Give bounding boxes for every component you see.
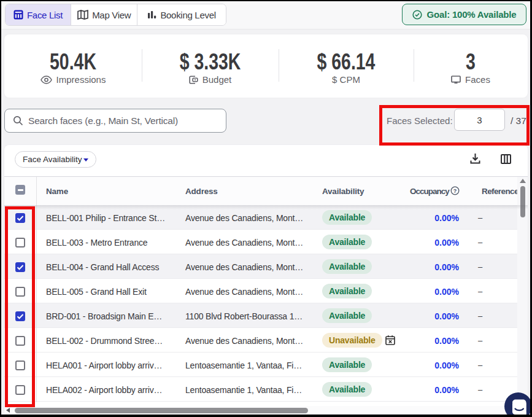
svg-text:?: ? bbox=[453, 188, 457, 194]
